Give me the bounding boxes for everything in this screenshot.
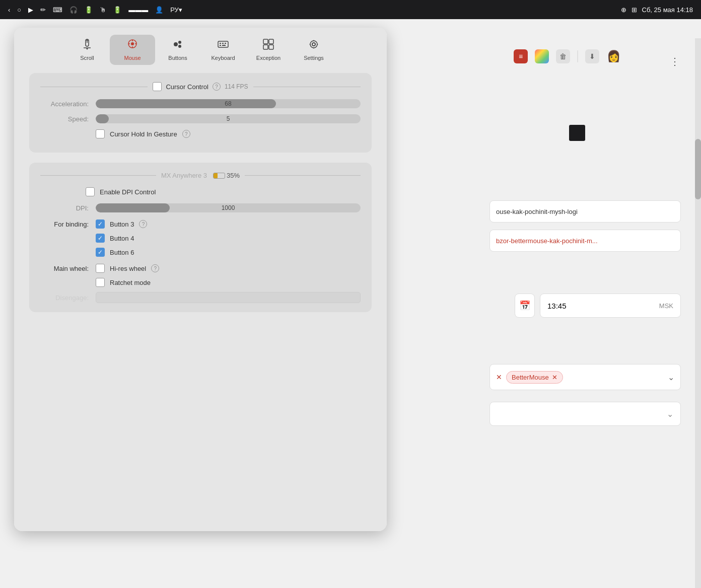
tab-buttons[interactable]: Buttons [155,35,200,65]
tag-remove-x[interactable]: ✕ [496,373,502,381]
battery-fill-bar [214,173,218,178]
panel-content: Cursor Control ? 114 FPS Acceleration: 6… [14,68,387,332]
button6-option: Button 6 [96,248,147,257]
tab-mouse[interactable]: Mouse [110,35,155,65]
svg-rect-21 [269,39,273,44]
tab-exception[interactable]: Exception [246,35,291,65]
mouse-tab-icon [127,39,138,53]
svg-point-13 [178,45,181,48]
menubar-right: ⊕ ⊞ Сб, 25 мая 14:18 [621,6,693,14]
rainbow-icon[interactable] [535,49,549,63]
acceleration-value: 68 [225,100,231,107]
mouse-status-icon: 🖱 [100,6,106,14]
back-icon[interactable]: ‹ [8,6,10,14]
mx-anywhere-section: MX Anywhere 3 35% Enable DPI Control [29,163,372,312]
settings-tab-icon [308,39,319,53]
cursor-control-help-icon[interactable]: ? [213,83,221,91]
tag-label: BetterMouse [512,374,549,381]
speed-value: 5 [227,115,230,122]
tab-keyboard[interactable]: Keyboard [200,35,246,65]
svg-rect-18 [220,45,221,46]
exception-tab-icon [263,39,274,53]
calendar-icon[interactable]: 📅 [515,293,535,318]
lang-selector[interactable]: РУ▾ [170,6,182,14]
buttons-tab-icon [172,39,183,53]
wheel-options: Hi-res wheel ? Ratchet mode [96,264,159,287]
button4-option: Button 4 [96,234,147,243]
cursor-hold-row: Cursor Hold In Gesture ? [40,129,361,138]
acceleration-slider[interactable]: 68 [96,99,361,108]
speed-label: Speed: [40,115,96,123]
enable-dpi-row: Enable DPI Control [40,187,361,196]
play-icon: ▶ [28,6,33,14]
wifi-icon: ⊕ [621,6,626,14]
main-wheel-label: Main wheel: [40,264,96,272]
button3-option: Button 3 ? [96,219,147,229]
cursor-control-title: Cursor Control [166,83,208,91]
fps-label: 114 FPS [225,83,248,90]
button6-checkbox[interactable] [96,248,105,257]
hires-wheel-help-icon[interactable]: ? [151,264,159,272]
button3-help-icon[interactable]: ? [139,220,147,228]
keyboard-status-icon: ⌨ [53,6,62,14]
divider [577,50,578,62]
dpi-slider[interactable]: 1000 [96,203,361,212]
button4-checkbox[interactable] [96,234,105,243]
svg-rect-23 [269,45,273,49]
dpi-value: 1000 [222,204,235,211]
acceleration-fill [96,99,276,108]
avatar-icon[interactable]: 👩 [606,49,620,63]
time-input[interactable]: 13:45 MSK [540,293,681,318]
button6-label: Button 6 [110,249,134,256]
svg-rect-20 [263,39,268,44]
scrollbar-thumb[interactable] [695,139,701,199]
tasks-icon[interactable]: ≡ [514,49,528,63]
airdrop-icon: ⊞ [632,6,637,14]
bettermouse-panel: Scroll Mouse [14,28,387,531]
empty-dropdown[interactable]: ⌄ [489,402,681,426]
exception-tab-label: Exception [256,55,281,61]
enable-dpi-checkbox[interactable] [86,187,95,196]
battery-visual [213,173,225,179]
dropdown-arrow-icon[interactable]: ⌄ [668,373,674,382]
svg-point-25 [310,41,317,48]
hires-wheel-checkbox[interactable] [96,264,105,273]
cursor-control-section: Cursor Control ? 114 FPS Acceleration: 6… [29,73,372,153]
download-icon[interactable]: ⬇ [585,49,599,63]
button3-checkbox[interactable] [96,219,105,229]
cursor-hold-help-icon[interactable]: ? [182,130,190,138]
trash-icon[interactable]: 🗑 [556,49,570,63]
acceleration-label: Acceleration: [40,100,96,108]
tag-area: ✕ BetterMouse ✕ ⌄ [489,364,681,390]
toggle-button[interactable] [569,125,585,141]
ratchet-mode-checkbox[interactable] [96,278,105,287]
scrollbar[interactable] [695,38,701,588]
battery-icon: 🔋 [85,6,93,14]
user-icon: 👤 [155,6,163,14]
speed-fill [96,114,109,123]
for-binding-label: For binding: [40,219,96,228]
svg-point-6 [131,42,134,45]
tab-scroll[interactable]: Scroll [64,35,110,65]
cursor-control-checkbox[interactable] [153,82,162,91]
battery-icon-wrapper: 35% [213,172,240,179]
more-options-button[interactable]: ⋮ [670,55,681,67]
button4-label: Button 4 [110,235,134,242]
speed-slider[interactable]: 5 [96,114,361,123]
settings-tab-label: Settings [304,55,324,61]
svg-rect-15 [220,43,221,44]
acceleration-row: Acceleration: 68 [40,99,361,108]
disengage-input[interactable] [96,292,361,303]
cursor-control-header: Cursor Control ? 114 FPS [40,82,361,91]
disengage-row: Disengage: [40,292,361,303]
tag-close-icon[interactable]: ✕ [552,374,557,381]
mouse-tab-label: Mouse [124,55,141,61]
mx-anywhere-header: MX Anywhere 3 35% [40,172,361,179]
tab-settings[interactable]: Settings [291,35,336,65]
url-text-2: bzor-bettermouse-kak-pochinit-m... [496,237,598,245]
binding-options: Button 3 ? Button 4 Button 6 [96,219,147,257]
url-bar-1[interactable]: ouse-kak-pochinit-mysh-logi [489,200,681,223]
url-bar-2[interactable]: bzor-bettermouse-kak-pochinit-m... [489,230,681,252]
mouse-battery-icon: 🔋 [113,6,121,14]
cursor-hold-checkbox[interactable] [96,129,105,138]
